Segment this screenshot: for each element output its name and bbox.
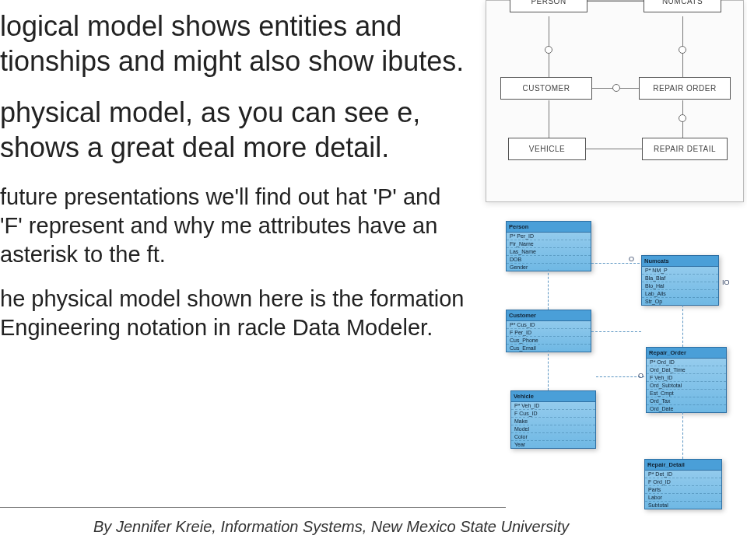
- attr-row: Bla_Blaf: [642, 275, 718, 282]
- attr-row: Color: [511, 433, 595, 441]
- attr-row: P* Det_ID: [645, 471, 721, 478]
- table-title: Person: [507, 222, 591, 233]
- entity-vehicle: VEHICLE: [508, 138, 586, 160]
- entity-repair-order: REPAIR ORDER: [639, 77, 731, 100]
- attr-row: Subtotal: [645, 502, 721, 509]
- attr-row: Ord_Date: [647, 405, 726, 412]
- attr-row: P* Veh_ID: [511, 402, 595, 410]
- attr-row: P* Cus_ID: [507, 321, 591, 329]
- connector: [587, 1, 644, 2]
- entity-person: PERSON: [510, 0, 587, 12]
- attr-row: F Ord_ID: [645, 478, 721, 486]
- footer-divider: [0, 507, 506, 508]
- entity-customer: CUSTOMER: [500, 77, 592, 100]
- attr-row: Est_Cmpt: [647, 390, 726, 397]
- table-title: Vehicle: [511, 391, 595, 402]
- cardinality-label: O: [629, 255, 634, 263]
- connector: [548, 269, 549, 310]
- paragraph-physical: physical model, as you can see e, shows …: [0, 96, 467, 165]
- attr-row: Ord_Dat_Time: [647, 366, 726, 374]
- table-title: Repair_Detail: [645, 460, 721, 471]
- attr-row: Lab_Alls: [642, 290, 718, 298]
- connector: [596, 376, 644, 377]
- connector: [682, 412, 683, 459]
- connector: [548, 350, 549, 390]
- paragraph-notation: he physical model shown here is the form…: [0, 285, 467, 342]
- logical-model-diagram: PERSON NUMCATS CUSTOMER REPAIR ORDER VEH…: [486, 0, 744, 202]
- attr-row: Year: [511, 441, 595, 448]
- connector: [586, 149, 642, 149]
- attr-row: Fir_Name: [507, 240, 591, 248]
- cardinality-label: O: [638, 372, 644, 380]
- cardinality-icon: [545, 46, 552, 54]
- attr-row: Ord_Tax: [647, 397, 726, 405]
- table-title: Repair_Order: [647, 348, 726, 359]
- table-vehicle: Vehicle P* Veh_ID F Cus_ID Make Model Co…: [510, 390, 596, 449]
- physical-model-diagram: Person P* Per_ID Fir_Name Las_Name DOB G…: [492, 218, 741, 529]
- byline: By Jennifer Kreie, Information Systems, …: [93, 518, 569, 536]
- attr-row: Gender: [507, 264, 591, 271]
- paragraph-future: future presentations we'll find out hat …: [0, 183, 467, 269]
- table-repair-detail: Repair_Detail P* Det_ID F Ord_ID Parts L…: [644, 459, 722, 509]
- entity-numcats: NUMCATS: [644, 0, 721, 12]
- attr-row: Cus_Email: [507, 345, 591, 352]
- cardinality-label: IO: [722, 278, 730, 286]
- connector: [591, 331, 641, 332]
- attr-row: P* NM_P: [642, 267, 718, 275]
- slide: logical model shows entities and tionshi…: [0, 0, 747, 560]
- attr-row: Labor: [645, 494, 721, 502]
- attr-row: Ord_Subtotal: [647, 382, 726, 390]
- table-customer: Customer P* Cus_ID F Per_ID Cus_Phone Cu…: [506, 310, 591, 352]
- attr-row: Blo_Hal: [642, 282, 718, 290]
- table-numcats: Numcats P* NM_P Bla_Blaf Blo_Hal Lab_All…: [641, 255, 719, 306]
- attr-row: DOB: [507, 256, 591, 264]
- table-repair-order: Repair_Order P* Ord_ID Ord_Dat_Time F Ve…: [646, 347, 727, 413]
- attr-row: Cus_Phone: [507, 337, 591, 345]
- attr-row: Str_Op: [642, 298, 718, 305]
- table-title: Customer: [507, 310, 591, 321]
- connector: [549, 100, 549, 138]
- attr-row: Parts: [645, 486, 721, 494]
- attr-row: Make: [511, 418, 595, 425]
- attr-row: P* Ord_ID: [647, 359, 726, 366]
- cardinality-icon: [612, 84, 620, 92]
- attr-row: F Cus_ID: [511, 410, 595, 418]
- entity-repair-detail: REPAIR DETAIL: [642, 138, 728, 160]
- text-column: logical model shows entities and tionshi…: [0, 9, 467, 560]
- table-person: Person P* Per_ID Fir_Name Las_Name DOB G…: [506, 221, 591, 271]
- connector: [682, 305, 683, 347]
- attr-row: P* Per_ID: [507, 233, 591, 240]
- attr-row: Las_Name: [507, 248, 591, 256]
- table-title: Numcats: [642, 256, 718, 267]
- connector: [591, 263, 640, 264]
- attr-row: Model: [511, 425, 595, 433]
- attr-row: F Veh_ID: [647, 374, 726, 382]
- attr-row: F Per_ID: [507, 329, 591, 337]
- paragraph-logical: logical model shows entities and tionshi…: [0, 9, 467, 79]
- cardinality-icon: [679, 114, 686, 122]
- cardinality-icon: [679, 46, 686, 54]
